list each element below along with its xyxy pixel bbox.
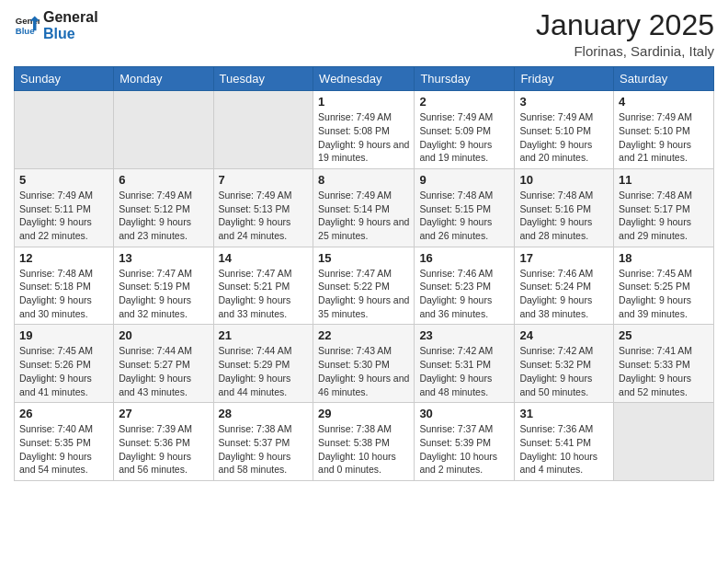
calendar-week-1: 1Sunrise: 7:49 AMSunset: 5:08 PMDaylight…	[15, 91, 714, 169]
cell-sun-info: Sunrise: 7:38 AMSunset: 5:37 PMDaylight:…	[219, 422, 309, 477]
calendar-cell: 19Sunrise: 7:45 AMSunset: 5:26 PMDayligh…	[15, 325, 114, 403]
calendar-cell: 31Sunrise: 7:36 AMSunset: 5:41 PMDayligh…	[515, 403, 614, 481]
cell-day-number: 12	[19, 251, 108, 265]
cell-day-number: 16	[419, 251, 509, 265]
calendar-page: General Blue General Blue January 2025 F…	[0, 0, 728, 563]
cell-day-number: 18	[619, 251, 709, 265]
cell-day-number: 13	[119, 251, 208, 265]
cell-sun-info: Sunrise: 7:49 AMSunset: 5:10 PMDaylight:…	[619, 110, 709, 165]
cell-sun-info: Sunrise: 7:47 AMSunset: 5:22 PMDaylight:…	[318, 267, 409, 321]
cell-day-number: 8	[318, 173, 409, 187]
cell-day-number: 10	[519, 173, 609, 187]
header-day-monday: Monday	[114, 67, 213, 91]
cell-day-number: 28	[219, 407, 309, 420]
calendar-cell: 25Sunrise: 7:41 AMSunset: 5:33 PMDayligh…	[614, 325, 714, 403]
header-day-thursday: Thursday	[415, 67, 515, 91]
cell-sun-info: Sunrise: 7:47 AMSunset: 5:21 PMDaylight:…	[219, 267, 309, 321]
calendar-cell: 28Sunrise: 7:38 AMSunset: 5:37 PMDayligh…	[213, 403, 313, 481]
calendar-cell: 18Sunrise: 7:45 AMSunset: 5:25 PMDayligh…	[614, 247, 714, 325]
cell-sun-info: Sunrise: 7:45 AMSunset: 5:25 PMDaylight:…	[619, 267, 709, 321]
cell-sun-info: Sunrise: 7:49 AMSunset: 5:14 PMDaylight:…	[318, 189, 409, 243]
cell-day-number: 3	[519, 95, 609, 109]
calendar-cell: 30Sunrise: 7:37 AMSunset: 5:39 PMDayligh…	[415, 403, 515, 481]
cell-day-number: 19	[19, 328, 108, 342]
cell-day-number: 14	[219, 251, 309, 265]
logo-icon: General Blue	[14, 13, 40, 39]
cell-day-number: 1	[318, 95, 409, 109]
cell-day-number: 2	[419, 95, 509, 109]
calendar-cell: 15Sunrise: 7:47 AMSunset: 5:22 PMDayligh…	[313, 247, 415, 325]
cell-sun-info: Sunrise: 7:49 AMSunset: 5:09 PMDaylight:…	[419, 110, 509, 165]
calendar-cell: 7Sunrise: 7:49 AMSunset: 5:13 PMDaylight…	[213, 168, 313, 247]
calendar-cell: 4Sunrise: 7:49 AMSunset: 5:10 PMDaylight…	[614, 91, 714, 169]
location-title: Florinas, Sardinia, Italy	[536, 43, 714, 59]
cell-sun-info: Sunrise: 7:48 AMSunset: 5:18 PMDaylight:…	[19, 267, 108, 321]
cell-sun-info: Sunrise: 7:42 AMSunset: 5:32 PMDaylight:…	[519, 344, 609, 398]
cell-sun-info: Sunrise: 7:39 AMSunset: 5:36 PMDaylight:…	[119, 422, 208, 477]
cell-day-number: 11	[619, 173, 709, 187]
calendar-cell: 5Sunrise: 7:49 AMSunset: 5:11 PMDaylight…	[15, 168, 114, 247]
calendar-cell: 2Sunrise: 7:49 AMSunset: 5:09 PMDaylight…	[415, 91, 515, 169]
calendar-week-2: 5Sunrise: 7:49 AMSunset: 5:11 PMDaylight…	[15, 168, 714, 247]
cell-day-number: 17	[519, 251, 609, 265]
cell-day-number: 15	[318, 251, 409, 265]
cell-sun-info: Sunrise: 7:46 AMSunset: 5:23 PMDaylight:…	[419, 267, 509, 321]
calendar-cell: 12Sunrise: 7:48 AMSunset: 5:18 PMDayligh…	[15, 247, 114, 325]
calendar-cell: 17Sunrise: 7:46 AMSunset: 5:24 PMDayligh…	[515, 247, 614, 325]
svg-text:Blue: Blue	[16, 25, 35, 35]
calendar-cell: 23Sunrise: 7:42 AMSunset: 5:31 PMDayligh…	[415, 325, 515, 403]
cell-day-number: 23	[419, 328, 509, 342]
header-day-saturday: Saturday	[614, 67, 714, 91]
calendar-cell: 20Sunrise: 7:44 AMSunset: 5:27 PMDayligh…	[114, 325, 213, 403]
header-day-friday: Friday	[515, 67, 614, 91]
cell-day-number: 31	[519, 407, 609, 420]
calendar-cell: 29Sunrise: 7:38 AMSunset: 5:38 PMDayligh…	[313, 403, 415, 481]
calendar-cell	[15, 91, 114, 169]
header-day-sunday: Sunday	[15, 67, 114, 91]
cell-day-number: 20	[119, 328, 208, 342]
cell-sun-info: Sunrise: 7:42 AMSunset: 5:31 PMDaylight:…	[419, 344, 509, 398]
calendar-cell: 9Sunrise: 7:48 AMSunset: 5:15 PMDaylight…	[415, 168, 515, 247]
calendar-cell: 10Sunrise: 7:48 AMSunset: 5:16 PMDayligh…	[515, 168, 614, 247]
cell-day-number: 6	[119, 173, 208, 187]
cell-sun-info: Sunrise: 7:41 AMSunset: 5:33 PMDaylight:…	[619, 344, 709, 398]
cell-day-number: 24	[519, 328, 609, 342]
header-day-wednesday: Wednesday	[313, 67, 415, 91]
calendar-cell	[213, 91, 313, 169]
calendar-cell: 1Sunrise: 7:49 AMSunset: 5:08 PMDaylight…	[313, 91, 415, 169]
calendar-cell: 6Sunrise: 7:49 AMSunset: 5:12 PMDaylight…	[114, 168, 213, 247]
cell-sun-info: Sunrise: 7:47 AMSunset: 5:19 PMDaylight:…	[119, 267, 208, 321]
calendar-week-3: 12Sunrise: 7:48 AMSunset: 5:18 PMDayligh…	[15, 247, 714, 325]
cell-day-number: 22	[318, 328, 409, 342]
calendar-cell	[614, 403, 714, 481]
cell-sun-info: Sunrise: 7:48 AMSunset: 5:16 PMDaylight:…	[519, 189, 609, 243]
cell-day-number: 21	[219, 328, 309, 342]
cell-sun-info: Sunrise: 7:49 AMSunset: 5:08 PMDaylight:…	[318, 110, 409, 165]
calendar-cell: 26Sunrise: 7:40 AMSunset: 5:35 PMDayligh…	[15, 403, 114, 481]
logo: General Blue General Blue	[14, 9, 98, 41]
cell-sun-info: Sunrise: 7:37 AMSunset: 5:39 PMDaylight:…	[419, 422, 509, 477]
cell-sun-info: Sunrise: 7:40 AMSunset: 5:35 PMDaylight:…	[19, 422, 108, 477]
cell-sun-info: Sunrise: 7:46 AMSunset: 5:24 PMDaylight:…	[519, 267, 609, 321]
calendar-header-row: SundayMondayTuesdayWednesdayThursdayFrid…	[15, 67, 714, 91]
logo-general: General	[43, 9, 98, 26]
cell-day-number: 26	[19, 407, 108, 420]
header: General Blue General Blue January 2025 F…	[14, 9, 714, 59]
cell-sun-info: Sunrise: 7:45 AMSunset: 5:26 PMDaylight:…	[19, 344, 108, 398]
header-day-tuesday: Tuesday	[213, 67, 313, 91]
cell-sun-info: Sunrise: 7:49 AMSunset: 5:11 PMDaylight:…	[19, 189, 108, 243]
cell-day-number: 9	[419, 173, 509, 187]
title-block: January 2025 Florinas, Sardinia, Italy	[536, 9, 714, 59]
cell-sun-info: Sunrise: 7:44 AMSunset: 5:29 PMDaylight:…	[219, 344, 309, 398]
cell-day-number: 25	[619, 328, 709, 342]
calendar-table: SundayMondayTuesdayWednesdayThursdayFrid…	[14, 66, 714, 481]
cell-day-number: 4	[619, 95, 709, 109]
calendar-cell: 27Sunrise: 7:39 AMSunset: 5:36 PMDayligh…	[114, 403, 213, 481]
cell-sun-info: Sunrise: 7:49 AMSunset: 5:13 PMDaylight:…	[219, 189, 309, 243]
cell-sun-info: Sunrise: 7:48 AMSunset: 5:17 PMDaylight:…	[619, 189, 709, 243]
calendar-cell: 24Sunrise: 7:42 AMSunset: 5:32 PMDayligh…	[515, 325, 614, 403]
cell-day-number: 29	[318, 407, 409, 420]
calendar-cell: 21Sunrise: 7:44 AMSunset: 5:29 PMDayligh…	[213, 325, 313, 403]
cell-sun-info: Sunrise: 7:38 AMSunset: 5:38 PMDaylight:…	[318, 422, 409, 477]
cell-sun-info: Sunrise: 7:43 AMSunset: 5:30 PMDaylight:…	[318, 344, 409, 398]
